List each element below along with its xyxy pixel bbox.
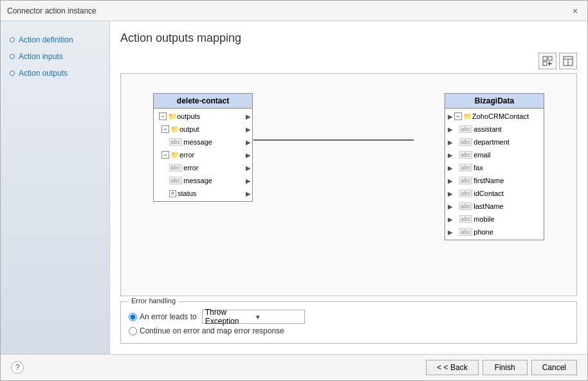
sidebar-bullet [10, 54, 15, 59]
table-row: ▶ − 📁 ZohoCRMContact [445, 110, 544, 123]
row-label: fax [473, 164, 483, 172]
abc-icon: abc [459, 228, 472, 236]
arrow-right-icon: ▶ [246, 190, 251, 197]
arrow-left-icon: ▶ [448, 126, 453, 133]
title-bar: Connector action instance × [1, 1, 587, 21]
error-option-2-radio[interactable] [129, 327, 137, 335]
left-box-rows: − 📁 outputs ▶ − 📁 output [154, 109, 252, 201]
row-label: status [178, 190, 196, 197]
close-button[interactable]: × [569, 5, 581, 17]
arrow-left-icon: ▶ [448, 152, 453, 159]
folder-icon: 📁 [168, 112, 177, 121]
expand-icon[interactable]: − [159, 112, 167, 120]
error-option-1-radio[interactable] [129, 313, 137, 321]
error-option-2-label[interactable]: Continue on error and map error response [129, 326, 284, 335]
page-title: Action outputs mapping [120, 31, 577, 45]
abc-icon: abc [459, 164, 472, 172]
abc-icon: abc [169, 177, 182, 184]
sidebar-item-action-definition[interactable]: Action definition [7, 34, 103, 46]
abc-icon: abc [459, 190, 472, 197]
expand-icon [542, 56, 553, 66]
folder-icon: 📁 [463, 112, 472, 121]
row-label: ZohoCRMContact [472, 112, 529, 120]
sidebar-bullet [10, 37, 15, 42]
row-label: message [183, 138, 212, 146]
table-row: abc message ▶ [154, 136, 252, 148]
error-handling-legend: Error handling [129, 297, 178, 305]
sidebar-label-action-definition: Action definition [19, 35, 73, 44]
sidebar-item-action-inputs[interactable]: Action inputs [7, 51, 103, 62]
chevron-down-icon: ▼ [255, 314, 302, 321]
content-area: Action definition Action inputs Action o… [1, 21, 587, 354]
row-label: message [183, 177, 212, 184]
arrow-right-icon: ▶ [246, 139, 251, 146]
layout-toolbar-button[interactable] [559, 53, 577, 69]
folder-icon: 📁 [170, 125, 179, 134]
row-label: error [183, 164, 198, 172]
table-row: ▶ abc firstName [445, 174, 544, 187]
help-button[interactable]: ? [11, 361, 24, 374]
row-label: email [473, 151, 490, 159]
table-row: ▶ abc department [445, 136, 544, 148]
row-label: idContact [473, 190, 503, 197]
right-box: BizagiData ▶ − 📁 ZohoCRMContact [445, 93, 544, 240]
table-row: ▶ abc lastName [445, 200, 544, 213]
abc-icon: abc [459, 138, 472, 146]
arrow-left-icon: ▶ [448, 113, 453, 120]
arrow-left-icon: ▶ [448, 190, 453, 197]
arrow-left-icon: ▶ [448, 216, 453, 223]
left-box: delete-contact − 📁 outputs ▶ [153, 93, 253, 202]
arrow-left-icon: ▶ [448, 164, 453, 172]
abc-icon: abc [169, 138, 182, 146]
table-row: ▶ abc mobile [445, 213, 544, 226]
error-option-2-text: Continue on error and map error response [140, 326, 284, 335]
arrow-right-icon: ▶ [246, 126, 251, 133]
mapping-area: delete-contact − 📁 outputs ▶ [120, 73, 577, 296]
footer-right: < < Back Finish Cancel [426, 360, 577, 375]
row-label: outputs [177, 112, 200, 120]
expand-icon[interactable]: − [454, 112, 462, 120]
svg-rect-0 [543, 57, 547, 60]
finish-button[interactable]: Finish [482, 360, 528, 375]
table-row: ▶ abc idContact [445, 187, 544, 200]
error-option-1-text: An error leads to [140, 312, 197, 321]
table-row: # status ▶ [154, 187, 252, 200]
expand-toolbar-button[interactable] [538, 53, 556, 69]
expand-icon[interactable]: − [161, 151, 169, 159]
error-option-1-label[interactable]: An error leads to [129, 312, 197, 321]
sidebar-item-action-outputs[interactable]: Action outputs [7, 67, 103, 79]
folder-icon: 📁 [170, 151, 179, 159]
cancel-button[interactable]: Cancel [531, 360, 577, 375]
table-row: ▶ abc assistant [445, 123, 544, 136]
arrow-right-icon: ▶ [246, 113, 251, 120]
table-row: abc error ▶ [154, 161, 252, 174]
table-row: ▶ abc email [445, 148, 544, 161]
left-box-header: delete-contact [154, 94, 252, 109]
arrow-left-icon: ▶ [448, 139, 453, 146]
error-option-2-row: Continue on error and map error response [129, 326, 569, 335]
row-label: output [179, 125, 199, 133]
arrow-right-icon: ▶ [246, 164, 251, 172]
mapping-canvas: delete-contact − 📁 outputs ▶ [121, 74, 576, 296]
back-button[interactable]: < < Back [426, 360, 478, 375]
row-label: firstName [473, 177, 504, 184]
sidebar: Action definition Action inputs Action o… [1, 21, 110, 354]
sidebar-bullet [10, 71, 15, 76]
arrow-left-icon: ▶ [448, 177, 453, 184]
table-row: ▶ abc phone [445, 226, 544, 238]
row-label: mobile [473, 215, 494, 223]
throw-exception-dropdown[interactable]: Throw Exception ▼ [202, 310, 305, 324]
arrow-left-icon: ▶ [448, 229, 453, 236]
table-row: − 📁 error ▶ [154, 148, 252, 161]
arrow-right-icon: ▶ [246, 177, 251, 184]
abc-icon: abc [459, 151, 472, 159]
main-area: Action outputs mapping [110, 21, 587, 354]
dropdown-value: Throw Exception [205, 308, 252, 326]
error-option-1-row: An error leads to Throw Exception ▼ [129, 310, 569, 324]
abc-icon: abc [459, 125, 472, 133]
expand-icon[interactable]: − [161, 125, 169, 133]
sidebar-label-action-outputs: Action outputs [19, 69, 68, 78]
table-row: ▶ abc fax [445, 161, 544, 174]
abc-icon: abc [459, 215, 472, 223]
table-row: abc message ▶ [154, 174, 252, 187]
